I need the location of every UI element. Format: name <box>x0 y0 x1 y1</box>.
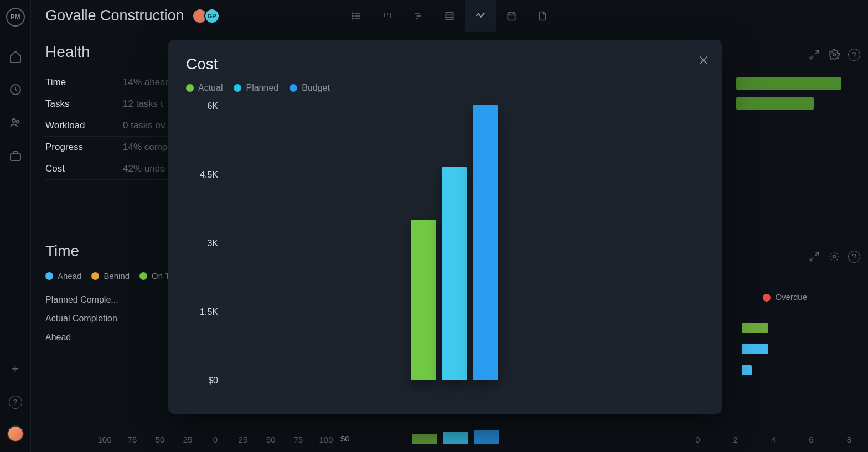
settings-icon[interactable] <box>828 251 840 263</box>
axis-tick: 50 <box>153 435 167 444</box>
cost-y-tick: $0 <box>340 434 350 443</box>
axis-tick: 4 <box>771 435 776 444</box>
bg-cost-bars <box>412 430 499 444</box>
project-members[interactable]: GP <box>195 8 220 24</box>
svg-line-27 <box>810 258 814 261</box>
axis-tick: 50 <box>264 435 278 444</box>
close-button[interactable] <box>695 52 712 69</box>
svg-rect-16 <box>446 12 453 19</box>
panel-help-icon[interactable]: ? <box>848 49 860 61</box>
help-icon[interactable]: ? <box>9 396 22 409</box>
gantt-view-tab[interactable] <box>403 0 434 32</box>
axis-tick: 25 <box>236 435 250 444</box>
list-view-tab[interactable] <box>341 0 372 32</box>
bg-progress-bars <box>736 77 847 117</box>
axis-tick: 2 <box>733 435 738 444</box>
legend-item: Ahead <box>45 271 81 280</box>
svg-point-28 <box>833 256 836 258</box>
home-icon[interactable] <box>9 50 22 63</box>
axis-tick: 75 <box>291 435 306 444</box>
bar-actual[interactable] <box>411 220 436 380</box>
health-value: 42% unde <box>123 163 166 174</box>
health-value: 14% comp <box>123 142 167 153</box>
y-tick: 3K <box>195 238 218 248</box>
health-value: 12 tasks t <box>123 98 163 110</box>
add-icon[interactable]: + <box>9 362 22 376</box>
overdue-dot-icon <box>763 294 771 302</box>
app-logo[interactable]: PM <box>6 8 25 27</box>
legend-item-budget: Budget <box>290 83 330 93</box>
sheet-view-tab[interactable] <box>434 0 465 32</box>
legend-item-planned: Planned <box>234 83 278 93</box>
svg-line-26 <box>815 253 819 256</box>
health-label: Time <box>45 77 123 88</box>
health-value: 14% ahead <box>123 77 170 88</box>
legend-item: Behind <box>91 271 130 280</box>
settings-icon[interactable] <box>828 49 840 61</box>
project-title: Govalle Construction <box>45 7 184 24</box>
user-avatar[interactable] <box>7 425 24 442</box>
cost-modal: Cost Actual Planned Budget 6K4.5K3K1.5K$… <box>168 40 722 414</box>
modal-title: Cost <box>186 55 704 73</box>
panel-help-icon[interactable]: ? <box>848 251 860 263</box>
dashboard-view-tab[interactable] <box>465 0 496 32</box>
clock-icon[interactable] <box>9 83 22 96</box>
axis-tick: 75 <box>125 435 140 444</box>
y-tick: $0 <box>195 376 218 386</box>
y-tick: 6K <box>195 101 218 111</box>
axis-tick: 100 <box>319 435 333 444</box>
left-nav-rail: PM + ? <box>0 0 31 452</box>
overdue-legend: Overdue <box>763 292 807 302</box>
expand-icon[interactable] <box>808 251 820 263</box>
board-view-tab[interactable] <box>372 0 403 32</box>
briefcase-icon[interactable] <box>9 149 22 163</box>
bar-budget[interactable] <box>473 105 498 380</box>
y-tick: 1.5K <box>195 307 218 317</box>
svg-point-7 <box>353 13 354 14</box>
y-tick: 4.5K <box>195 170 218 180</box>
axis-tick: 0 <box>208 435 223 444</box>
top-bar: Govalle Construction GP <box>31 0 868 32</box>
bar-planned[interactable] <box>442 167 467 380</box>
people-icon[interactable] <box>9 116 22 129</box>
axis-tick: 8 <box>847 435 851 444</box>
chart-area: 6K4.5K3K1.5K$0 <box>195 106 700 401</box>
axis-tick: 0 <box>695 435 700 444</box>
axis-tick: 25 <box>180 435 195 444</box>
svg-rect-19 <box>508 13 515 20</box>
calendar-view-tab[interactable] <box>496 0 527 32</box>
view-tabs <box>341 0 558 32</box>
expand-icon[interactable] <box>808 49 820 61</box>
health-label: Progress <box>45 142 123 153</box>
health-label: Cost <box>45 163 123 174</box>
svg-line-24 <box>810 56 814 59</box>
avatar[interactable]: GP <box>204 8 220 24</box>
axis-tick: 100 <box>97 435 112 444</box>
panel-actions: ? <box>808 49 860 61</box>
chart-legend: Actual Planned Budget <box>186 83 704 93</box>
legend-item: On T <box>140 271 170 280</box>
health-label: Tasks <box>45 98 123 110</box>
axis-tick: 6 <box>809 435 813 444</box>
svg-point-1 <box>12 119 16 122</box>
legend-item-actual: Actual <box>186 83 223 93</box>
svg-point-25 <box>833 54 836 56</box>
bg-mini-bars <box>742 323 768 386</box>
svg-line-23 <box>815 51 819 54</box>
svg-point-2 <box>16 121 19 123</box>
health-label: Workload <box>45 120 123 131</box>
svg-point-8 <box>353 15 354 17</box>
svg-rect-3 <box>11 154 20 160</box>
svg-point-9 <box>353 18 354 19</box>
bars-container <box>411 105 498 380</box>
panel-actions: ? <box>808 251 860 263</box>
health-value: 0 tasks ov <box>123 120 166 131</box>
right-x-axis: 02468 <box>695 435 851 444</box>
files-view-tab[interactable] <box>527 0 558 32</box>
time-x-axis: 1007550250255075100 <box>97 435 333 444</box>
